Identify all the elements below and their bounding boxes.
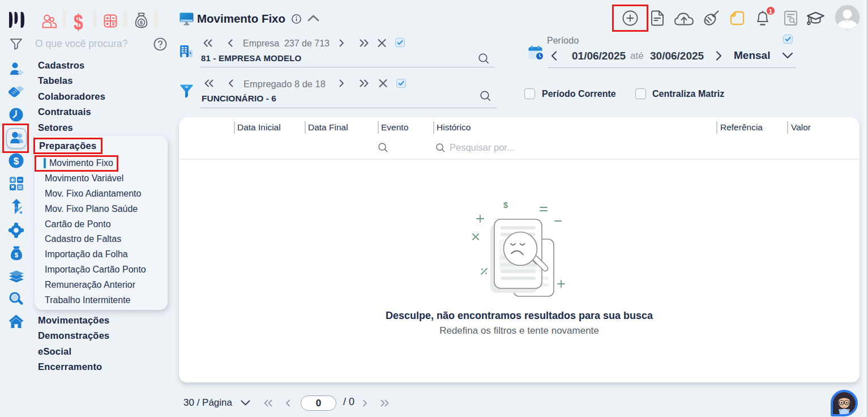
- svg-text:$: $: [140, 19, 143, 25]
- svg-text:$: $: [15, 252, 19, 258]
- svg-text:$: $: [503, 201, 508, 210]
- svg-text:$: $: [14, 156, 19, 167]
